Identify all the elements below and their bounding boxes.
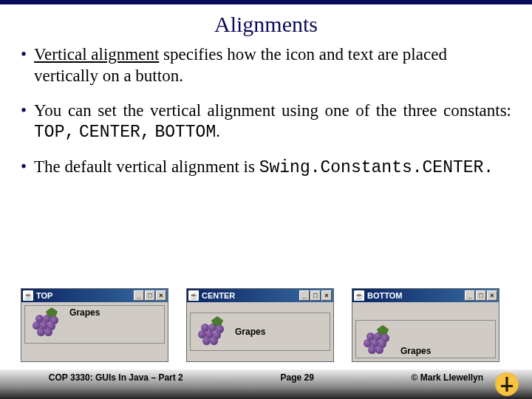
window-title: TOP: [36, 291, 134, 300]
bullet-3: • The default vertical alignment is Swin…: [21, 157, 511, 179]
window-top: ☕ TOP _ □ × Grapes: [21, 288, 168, 362]
grapes-button[interactable]: Grapes: [190, 313, 330, 351]
maximize-button[interactable]: □: [145, 290, 155, 301]
ucf-logo: [495, 372, 519, 396]
close-button[interactable]: ×: [487, 290, 497, 301]
const-center: CENTER,: [79, 123, 151, 142]
copyright: © Mark Llewellyn: [412, 372, 484, 383]
java-icon: ☕: [23, 290, 33, 301]
window-center: ☕ CENTER _ □ × Grapes: [186, 288, 334, 362]
term-vertical-alignment: Vertical alignment: [34, 45, 159, 64]
slide-content: • Vertical alignment specifies how the i…: [0, 44, 532, 284]
button-label: Grapes: [69, 307, 100, 318]
window-body: Grapes: [187, 302, 333, 361]
button-label: Grapes: [400, 346, 431, 356]
grapes-button[interactable]: Grapes: [355, 320, 496, 358]
minimize-button[interactable]: _: [299, 290, 310, 301]
const-swing-center: Swing.Constants.CENTER.: [259, 158, 494, 177]
window-body: Grapes: [21, 302, 168, 361]
window-title: BOTTOM: [367, 291, 465, 300]
window-title: CENTER: [202, 291, 299, 300]
button-label: Grapes: [235, 327, 265, 337]
bullet-dot: •: [21, 157, 27, 179]
titlebar[interactable]: ☕ TOP _ □ ×: [21, 289, 168, 302]
close-button[interactable]: ×: [156, 290, 166, 301]
bullet-dot: •: [21, 44, 27, 87]
window-body: Grapes: [352, 302, 499, 361]
bullet-text: The default vertical alignment is Swing.…: [34, 157, 511, 179]
example-windows-row: ☕ TOP _ □ × Grapes ☕: [0, 288, 532, 362]
footer: COP 3330: GUIs In Java – Part 2 Page 29 …: [0, 362, 532, 399]
window-controls: _ □ ×: [299, 290, 332, 301]
grapes-icon: [195, 316, 226, 347]
text: .: [216, 122, 220, 140]
bullet-text: You can set the vertical alignment using…: [34, 100, 511, 144]
minimize-button[interactable]: _: [134, 290, 144, 301]
page-number: Page 29: [280, 372, 313, 383]
course-code: COP 3330: GUIs In Java – Part 2: [49, 372, 183, 383]
maximize-button[interactable]: □: [476, 290, 486, 301]
const-top: TOP,: [34, 123, 75, 142]
const-bottom: BOTTOM: [154, 123, 216, 142]
bullet-1: • Vertical alignment specifies how the i…: [21, 44, 511, 87]
text: The default vertical alignment is: [34, 157, 259, 176]
grapes-button[interactable]: Grapes: [24, 305, 165, 344]
titlebar[interactable]: ☕ CENTER _ □ ×: [187, 289, 333, 302]
titlebar[interactable]: ☕ BOTTOM _ □ ×: [352, 289, 499, 302]
java-icon: ☕: [354, 290, 364, 301]
footer-text: COP 3330: GUIs In Java – Part 2 Page 29 …: [0, 372, 532, 399]
bullet-text: Vertical alignment specifies how the ico…: [34, 44, 511, 87]
minimize-button[interactable]: _: [465, 290, 475, 301]
bullet-2: • You can set the vertical alignment usi…: [21, 100, 511, 144]
window-controls: _ □ ×: [134, 290, 166, 301]
close-button[interactable]: ×: [321, 290, 332, 301]
text: You can set the vertical alignment using…: [34, 101, 511, 120]
bullet-dot: •: [21, 100, 27, 144]
slide: Alignments • Vertical alignment specifie…: [0, 0, 532, 399]
window-bottom: ☕ BOTTOM _ □ × Grapes: [352, 288, 499, 362]
slide-title: Alignments: [0, 12, 532, 37]
java-icon: ☕: [188, 290, 199, 301]
window-controls: _ □ ×: [465, 290, 497, 301]
grapes-icon: [361, 325, 392, 356]
maximize-button[interactable]: □: [310, 290, 321, 301]
grapes-icon: [30, 307, 61, 338]
